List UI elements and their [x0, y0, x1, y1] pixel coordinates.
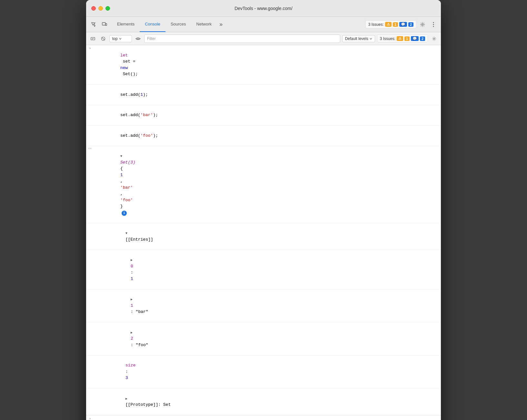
levels-chevron-icon [370, 37, 372, 40]
svg-point-4 [433, 24, 434, 25]
console-line-4: set.add('foo'); [86, 125, 441, 146]
gutter-4 [86, 125, 94, 126]
svg-point-11 [137, 38, 139, 39]
prototype-content: ▶ [[Prototype]]: Set [94, 388, 441, 415]
title-bar: DevTools - www.google.com/ [86, 0, 441, 17]
issues-label: 3 Issues: [368, 22, 384, 27]
tab-console[interactable]: Console [140, 17, 165, 32]
settings-icon[interactable] [418, 20, 427, 29]
svg-point-3 [433, 22, 434, 23]
maximize-button[interactable] [105, 6, 110, 11]
entry-1-content: ▶ 1 : "bar" [94, 289, 441, 322]
toolbar-info-icon: 💬 [411, 36, 419, 41]
entry-1: ▶ 1 : "bar" [86, 289, 441, 323]
entry-2: ▶ 2 : "foo" [86, 322, 441, 355]
no-ban-icon[interactable] [99, 35, 107, 43]
issues-button[interactable]: 3 Issues: ⚠ 1 💬 2 [365, 20, 416, 28]
levels-selector[interactable]: Default levels [342, 35, 375, 42]
toolbar-issues-label: 3 Issues: [380, 36, 395, 41]
console-settings-icon[interactable] [430, 35, 438, 43]
info-count: 2 [408, 22, 413, 27]
entry-0-content: ▶ 0 : 1 [94, 250, 441, 289]
size-content: size : 3 [94, 355, 441, 388]
size-line: size : 3 [86, 355, 441, 389]
gutter-m1[interactable]: › [86, 415, 94, 420]
prototype-line: ▶ [[Prototype]]: Set [86, 388, 441, 415]
entry-0-arrow[interactable]: ▶ [131, 258, 133, 262]
console-toolbar: top Default levels 3 Issues: ⚠ 1 💬 2 [86, 32, 441, 45]
set-output-content: ▼ Set(3) { 1 , 'bar' , 'foo' } i [94, 146, 441, 223]
proto-arrow[interactable]: ▶ [125, 397, 127, 401]
window-title: DevTools - www.google.com/ [234, 6, 293, 11]
tab-network[interactable]: Network [191, 17, 217, 32]
devtools-icons [89, 17, 109, 32]
eye-icon[interactable] [134, 35, 142, 43]
toolbar-issues-badge[interactable]: 3 Issues: ⚠ 1 💬 2 [377, 35, 428, 43]
context-selector[interactable]: top [109, 35, 132, 42]
map-block: › let map = new Map(); map.set( 'foo1' ,… [86, 415, 441, 420]
console-output: › let set = new Set(); set.add(1); set.a… [86, 45, 441, 420]
entries-header: ▼ [[Entries]] [86, 223, 441, 250]
gutter-e2 [86, 322, 94, 323]
set-collapse-arrow[interactable]: ▼ [120, 155, 122, 158]
warn-count: 1 [393, 22, 398, 27]
gutter-2 [86, 85, 94, 85]
gutter-e0 [86, 250, 94, 251]
inspect-icon[interactable] [89, 20, 98, 29]
line-content-1: let set = new Set(); [94, 45, 441, 84]
warn-badge: ⚠ [385, 22, 392, 27]
chevron-down-icon [119, 37, 122, 40]
line-content-4: set.add('foo'); [94, 125, 441, 146]
entries-arrow[interactable]: ▼ [125, 232, 127, 235]
gutter-3 [86, 105, 94, 106]
console-input-line-1: › let set = new Set(); [86, 45, 441, 85]
toolbar-info-count: 2 [420, 36, 425, 41]
entry-2-content: ▶ 2 : "foo" [94, 322, 441, 355]
gutter-e1 [86, 289, 94, 290]
toolbar-warn-icon: ⚠ [397, 36, 403, 41]
gutter-size [86, 355, 94, 356]
console-line-2: set.add(1); [86, 85, 441, 105]
entries-content: ▼ [[Entries]] [94, 223, 441, 250]
tab-bar-right: 3 Issues: ⚠ 1 💬 2 [365, 17, 438, 32]
toolbar-warn-count: 1 [404, 36, 410, 41]
tab-bar: Elements Console Sources Network » 3 Iss… [86, 17, 441, 32]
levels-label: Default levels [345, 36, 368, 41]
tab-elements[interactable]: Elements [112, 17, 140, 32]
set-block: › let set = new Set(); set.add(1); set.a… [86, 45, 441, 415]
minimize-button[interactable] [98, 6, 103, 11]
device-icon[interactable] [100, 20, 109, 29]
gutter-entries [86, 223, 94, 224]
traffic-lights [91, 6, 110, 11]
entry-2-arrow[interactable]: ▶ [131, 331, 133, 335]
svg-point-5 [433, 26, 434, 27]
gutter-set[interactable]: ‹‹ [86, 146, 94, 151]
map-input-line-1: › let map = new Map(); [86, 415, 441, 420]
info-badge: 💬 [399, 22, 407, 27]
more-tabs-button[interactable]: » [217, 17, 225, 32]
svg-line-10 [102, 37, 104, 40]
close-button[interactable] [91, 6, 96, 11]
clear-console-icon[interactable] [89, 35, 97, 43]
svg-point-2 [422, 24, 423, 25]
svg-rect-1 [105, 24, 107, 25]
line-content-2: set.add(1); [94, 85, 441, 105]
devtools-window: DevTools - www.google.com/ Elements Cons… [86, 0, 441, 420]
filter-input[interactable] [144, 35, 340, 43]
svg-rect-0 [102, 23, 105, 25]
set-info-icon[interactable]: i [122, 211, 127, 216]
tab-sources[interactable]: Sources [165, 17, 191, 32]
console-line-3: set.add('bar'); [86, 105, 441, 126]
line-content-3: set.add('bar'); [94, 105, 441, 125]
entry-0: ▶ 0 : 1 [86, 250, 441, 289]
map-line-1-content: let map = new Map(); [94, 415, 441, 420]
svg-rect-6 [91, 37, 95, 40]
svg-point-12 [433, 38, 435, 39]
gutter-1[interactable]: › [86, 45, 94, 51]
more-options-icon[interactable] [429, 20, 438, 29]
set-output-header: ‹‹ ▼ Set(3) { 1 , 'bar' , 'foo' } i [86, 146, 441, 223]
gutter-proto [86, 388, 94, 389]
context-label: top [112, 36, 118, 41]
entry-1-arrow[interactable]: ▶ [131, 298, 133, 301]
